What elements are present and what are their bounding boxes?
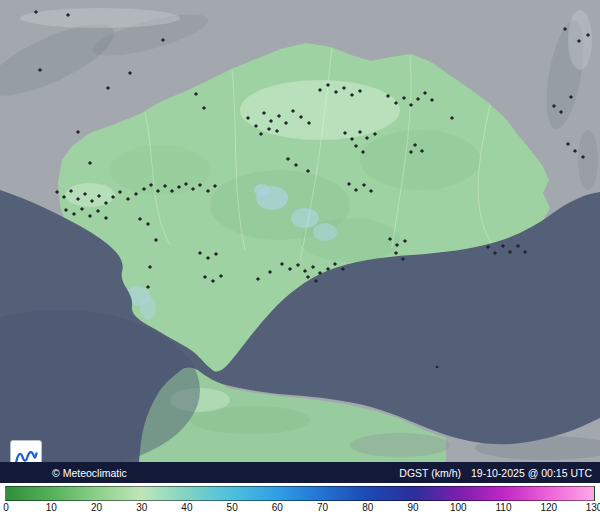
product-label: DGST (km/h) xyxy=(399,467,461,479)
scale-gradient xyxy=(5,486,595,501)
scale-label: 80 xyxy=(362,502,373,513)
alboran-island xyxy=(435,365,438,368)
weather-map-app: © Meteoclimatic DGST (km/h) 19-10-2025 @… xyxy=(0,0,600,517)
scale-label: 100 xyxy=(450,502,467,513)
map-svg xyxy=(0,0,600,462)
info-bar: © Meteoclimatic DGST (km/h) 19-10-2025 @… xyxy=(0,462,600,483)
meteoclimatic-logo xyxy=(10,440,42,462)
scale-label: 10 xyxy=(46,502,57,513)
scale-label: 50 xyxy=(227,502,238,513)
scale-label: 120 xyxy=(540,502,557,513)
product-info: DGST (km/h) 19-10-2025 @ 00:15 UTC xyxy=(399,467,592,479)
scale-label: 40 xyxy=(181,502,192,513)
scale-label: 0 xyxy=(3,502,9,513)
scale-label: 90 xyxy=(408,502,419,513)
scale-label: 130 xyxy=(586,502,600,513)
scale-labels: 0102030405060708090100110120130 xyxy=(6,502,594,515)
wave-path xyxy=(16,452,36,461)
timestamp: 19-10-2025 @ 00:15 UTC xyxy=(471,467,592,479)
scale-label: 30 xyxy=(136,502,147,513)
attribution: © Meteoclimatic xyxy=(52,467,127,479)
scale-label: 20 xyxy=(91,502,102,513)
scale-label: 110 xyxy=(496,502,512,513)
meteoclimatic-wave-icon xyxy=(12,442,40,462)
map-area xyxy=(0,0,600,462)
color-scale: 0102030405060708090100110120130 xyxy=(0,486,600,517)
scale-label: 70 xyxy=(317,502,328,513)
scale-label: 60 xyxy=(272,502,283,513)
